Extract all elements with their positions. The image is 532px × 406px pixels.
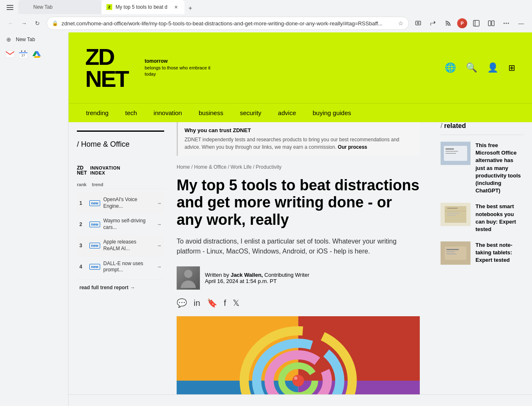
bookmark-share-icon[interactable]: 🔖 — [207, 298, 217, 308]
nav-business[interactable]: business — [198, 109, 224, 116]
related-thumb-2 — [441, 203, 470, 226]
rank-row-4[interactable]: 4 new DALL-E now uses prompt... → — [77, 256, 164, 278]
svg-rect-32 — [446, 148, 454, 150]
forward-button[interactable]: → — [18, 17, 30, 29]
svg-rect-39 — [447, 213, 460, 214]
user-icon[interactable]: 👤 — [487, 62, 498, 73]
svg-point-17 — [25, 51, 26, 52]
author-name[interactable]: Jack Wallen, — [231, 272, 263, 278]
globe-icon[interactable]: 🌐 — [445, 62, 456, 73]
tab-close-button[interactable]: ✕ — [172, 3, 180, 11]
related-thumb-3 — [441, 241, 470, 265]
report-arrow-icon: → — [130, 285, 135, 290]
article-date: April 16, 2024 at 1:54 p.m. PT — [205, 278, 309, 284]
related-slash: / — [441, 122, 442, 130]
bookmark-icon[interactable]: ☆ — [398, 20, 404, 27]
nav-buying-guides[interactable]: buying guides — [312, 109, 352, 116]
svg-point-5 — [417, 22, 419, 24]
svg-point-19 — [184, 270, 192, 278]
gmail-icon[interactable] — [5, 49, 15, 59]
nav-buttons: ← → ↻ — [5, 17, 43, 29]
reload-button[interactable]: ↻ — [32, 17, 43, 29]
breadcrumb-productivity[interactable]: Productivity — [256, 164, 281, 170]
feed-button[interactable] — [442, 17, 454, 29]
article-main: Why you can trust ZDNET ZDNET independen… — [164, 122, 432, 406]
svg-rect-4 — [416, 21, 421, 25]
svg-point-28 — [293, 375, 304, 386]
grid-icon[interactable]: ⊞ — [508, 63, 515, 73]
related-thumb-1 — [441, 142, 470, 165]
svg-point-16 — [21, 51, 22, 52]
related-item-1[interactable]: This free Microsoft Office alternative h… — [441, 142, 524, 194]
innovation-title-line2: INDEX — [90, 170, 120, 175]
tab-title-article: My top 5 tools to beat d — [116, 4, 169, 10]
rank-row-2[interactable]: 2 new Waymo self-driving cars... → — [77, 214, 164, 235]
zdnet-logo[interactable]: ZD NET — [85, 46, 128, 90]
nav-innovation[interactable]: innovation — [153, 109, 183, 116]
minimize-button[interactable]: — — [515, 17, 527, 29]
search-icon[interactable]: 🔍 — [466, 62, 477, 73]
related-header: / related — [441, 122, 524, 135]
screenshot-button[interactable] — [412, 17, 424, 29]
innovation-header: ZD NET INNOVATION INDEX — [77, 165, 164, 175]
share-button[interactable] — [427, 17, 439, 29]
zdnet-tagline: tomorrow belongs to those who embrace it… — [145, 58, 210, 78]
rank-trend-header: rank trend — [77, 180, 164, 189]
related-heading-text: related — [444, 122, 466, 130]
new-tab-icon: ⊕ — [5, 36, 12, 43]
rank-row-1[interactable]: 1 new OpenAI's Voice Engine... → — [77, 192, 164, 214]
twitter-icon[interactable]: 𝕏 — [233, 298, 239, 308]
menu-button[interactable] — [500, 17, 512, 29]
breadcrumb-work-life[interactable]: Work Life — [231, 164, 251, 170]
tab-new-tab[interactable]: New Tab — [18, 0, 101, 14]
sidebar-new-tab-item[interactable]: ⊕ New Tab — [0, 33, 68, 46]
our-process-link[interactable]: Our process — [338, 144, 367, 150]
new-tab-button[interactable]: + — [185, 2, 196, 14]
svg-text:27: 27 — [22, 54, 25, 57]
browser-window: New Tab Z My top 5 tools to beat d ✕ + ←… — [0, 0, 532, 406]
google-drive-icon[interactable] — [32, 49, 42, 59]
svg-rect-34 — [446, 153, 456, 154]
read-full-report-link[interactable]: read full trend report → — [77, 279, 164, 295]
sidebar-view-button[interactable] — [470, 17, 482, 29]
sidebar-toggle[interactable] — [3, 1, 17, 14]
article-title: My top 5 tools to beat distractions and … — [177, 177, 420, 228]
google-calendar-icon[interactable]: 27 — [18, 49, 28, 59]
svg-rect-45 — [446, 253, 456, 254]
nav-advice[interactable]: advice — [277, 109, 297, 116]
facebook-icon[interactable]: f — [224, 298, 227, 308]
svg-point-13 — [508, 23, 509, 24]
svg-point-6 — [446, 25, 447, 26]
svg-rect-9 — [488, 21, 491, 26]
breadcrumb-home-office[interactable]: Home & Office — [194, 164, 227, 170]
rank-row-3[interactable]: 3 new Apple releases ReALM AI... → — [77, 235, 164, 256]
zdnet-header: ZD NET tomorrow belongs to those who emb… — [69, 32, 532, 103]
related-item-2[interactable]: The best smart notebooks you can buy: Ex… — [441, 203, 524, 233]
section-label: / Home & Office — [77, 130, 164, 157]
split-view-button[interactable] — [485, 17, 497, 29]
browser-actions: P — — [412, 17, 527, 29]
svg-rect-7 — [473, 20, 479, 26]
related-item-3[interactable]: The best note-taking tablets: Expert tes… — [441, 241, 524, 265]
svg-rect-10 — [492, 21, 494, 26]
tab-article[interactable]: Z My top 5 tools to beat d ✕ — [101, 0, 185, 14]
nav-security[interactable]: security — [239, 109, 262, 116]
trust-note: Why you can trust ZDNET ZDNET independen… — [177, 122, 420, 156]
tab-favicon-new-tab — [23, 4, 30, 10]
url-input[interactable] — [62, 20, 395, 27]
svg-point-11 — [504, 23, 505, 24]
sidebar-new-tab-label: New Tab — [16, 37, 35, 42]
address-bar[interactable]: 🔒 ☆ — [47, 17, 409, 30]
back-button[interactable]: ← — [5, 17, 17, 29]
left-sidebar: / Home & Office ZD NET INNOVATION INDEX — [69, 122, 164, 406]
breadcrumb-home[interactable]: Home — [177, 164, 190, 170]
trust-body: ZDNET independently tests and researches… — [185, 136, 413, 151]
content-area: / Home & Office ZD NET INNOVATION INDEX — [69, 122, 532, 406]
nav-tech[interactable]: tech — [124, 109, 138, 116]
rank-arrow-2: → — [157, 221, 162, 227]
browser-toolbar: ← → ↻ 🔒 ☆ P — [0, 14, 532, 32]
linkedin-icon[interactable]: in — [194, 298, 200, 308]
nav-trending[interactable]: trending — [85, 109, 109, 116]
comment-icon[interactable]: 💬 — [177, 298, 187, 308]
zdnet-page: ZD NET tomorrow belongs to those who emb… — [69, 32, 532, 406]
